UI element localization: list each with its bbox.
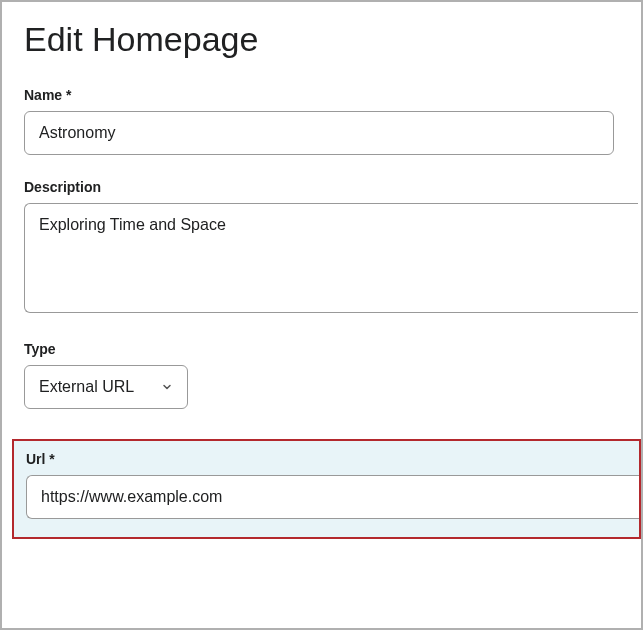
url-input[interactable]	[26, 475, 639, 519]
name-field-group: Name	[24, 87, 641, 155]
url-highlight-box: Url	[12, 439, 641, 539]
description-input[interactable]	[24, 203, 638, 313]
type-field-group: Type External URL	[24, 341, 641, 409]
chevron-down-icon	[161, 381, 173, 393]
page-title: Edit Homepage	[24, 20, 641, 59]
type-label: Type	[24, 341, 641, 357]
url-label: Url	[26, 451, 639, 467]
type-select[interactable]: External URL	[24, 365, 188, 409]
description-label: Description	[24, 179, 641, 195]
type-select-value: External URL	[39, 378, 134, 396]
description-field-group: Description	[24, 179, 641, 317]
name-label: Name	[24, 87, 641, 103]
name-input[interactable]	[24, 111, 614, 155]
